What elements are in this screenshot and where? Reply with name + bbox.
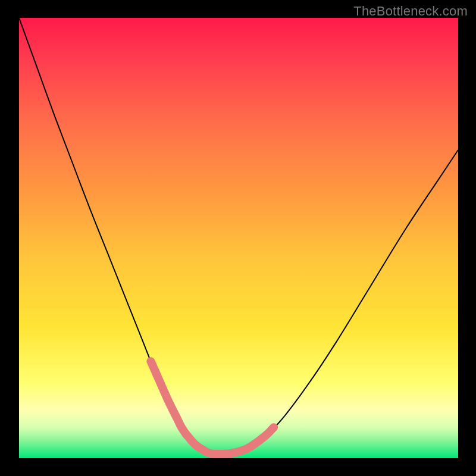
- chart-svg: [19, 18, 458, 458]
- plot-area: [19, 18, 458, 458]
- watermark-text: TheBottleneck.com: [353, 4, 468, 19]
- chart-frame: TheBottleneck.com: [0, 0, 476, 476]
- gradient-bg: [19, 18, 458, 458]
